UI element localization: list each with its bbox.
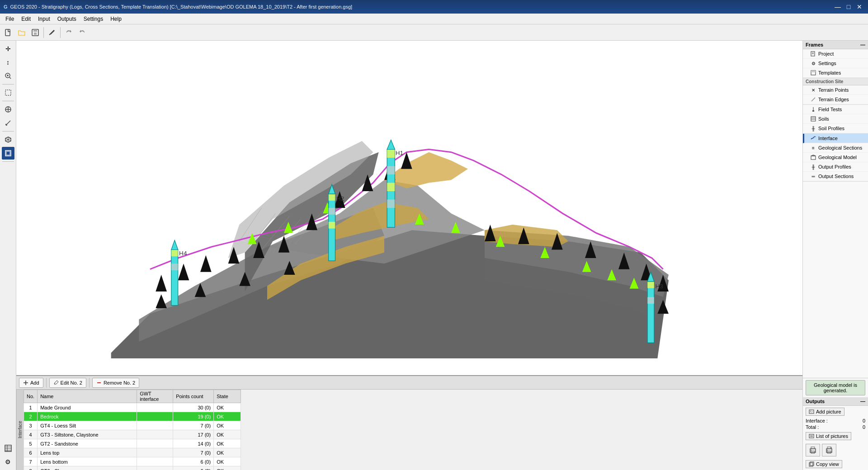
- table-row[interactable]: 5GT2 - Sandstone14 (0)OK: [24, 439, 241, 448]
- col-gwt[interactable]: GWT interface: [137, 390, 173, 403]
- svg-rect-102: [329, 222, 335, 229]
- svg-text:≈: ≈: [529, 303, 533, 310]
- cell-state: OK: [214, 466, 241, 470]
- zoom-tool[interactable]: [2, 70, 14, 82]
- svg-rect-91: [387, 166, 395, 175]
- svg-text:≈: ≈: [585, 312, 588, 318]
- menu-settings[interactable]: Settings: [80, 15, 107, 23]
- col-points[interactable]: Points count: [173, 390, 214, 403]
- print-button-1[interactable]: [806, 444, 820, 456]
- svg-text:≈: ≈: [418, 298, 421, 304]
- field-section: Field Tests Soils ╫ Soil Profiles: [803, 105, 868, 134]
- field-tests-item[interactable]: Field Tests: [803, 105, 868, 114]
- svg-rect-90: [387, 150, 395, 158]
- terrain-edges-item[interactable]: Terrain Edges: [803, 95, 868, 104]
- svg-text:≈: ≈: [289, 309, 292, 315]
- new-button[interactable]: [2, 26, 14, 39]
- settings-tool-button[interactable]: ⚙: [2, 456, 14, 468]
- table-row[interactable]: 1Made Ground30 (0)OK: [24, 403, 241, 412]
- construction-title: Construction Site: [806, 79, 843, 84]
- cell-points: 7 (0): [173, 448, 214, 457]
- menu-help[interactable]: Help: [107, 15, 125, 23]
- geo-sections-icon: ≡: [810, 145, 816, 151]
- viewport[interactable]: ≈≈ ≈≈ ≈≈ ≈≈ ≈≈ ≈≈ ≈: [16, 41, 802, 375]
- svg-rect-123: [811, 117, 816, 121]
- redo-button[interactable]: [76, 26, 89, 39]
- add-picture-button[interactable]: Add picture: [806, 408, 844, 416]
- interface-item[interactable]: Interface: [803, 134, 868, 143]
- table-row[interactable]: 8GT6 - Clay6 (0)OK: [24, 466, 241, 470]
- menu-outputs[interactable]: Outputs: [54, 15, 80, 23]
- titlebar-controls: — □ ✕: [833, 2, 864, 11]
- svg-text:H2: H2: [336, 195, 344, 202]
- col-name[interactable]: Name: [38, 390, 137, 403]
- table-row[interactable]: 7Lens bottom6 (0)OK: [24, 457, 241, 466]
- soil-profiles-item[interactable]: ╫ Soil Profiles: [803, 124, 868, 133]
- table-row[interactable]: 3GT4 - Loess Silt7 (0)OK: [24, 421, 241, 430]
- cell-points: 30 (0): [173, 403, 214, 412]
- table-row[interactable]: 6Lens top7 (0)OK: [24, 448, 241, 457]
- remove-button[interactable]: Remove No. 2: [92, 378, 139, 388]
- close-button[interactable]: ✕: [854, 2, 864, 11]
- region-select-tool[interactable]: [2, 86, 14, 99]
- cell-points: 6 (0): [173, 457, 214, 466]
- 3d-view-tool[interactable]: [2, 133, 14, 146]
- add-label: Add: [30, 380, 39, 385]
- project-item[interactable]: Project: [803, 49, 868, 59]
- table-row[interactable]: 4GT3 - Siltstone, Claystone17 (0)OK: [24, 430, 241, 439]
- geo-model-item[interactable]: Geological Model: [803, 153, 868, 162]
- select-tool[interactable]: ↕: [2, 56, 14, 69]
- soils-item[interactable]: Soils: [803, 114, 868, 124]
- total-stat-value: 0: [863, 424, 865, 430]
- titlebar-left: G GEOS 2020 - Stratigraphy (Logs, Cross …: [4, 4, 352, 9]
- soil-profiles-icon: ╫: [810, 125, 816, 132]
- node-tool[interactable]: [2, 103, 14, 116]
- add-button[interactable]: Add: [19, 378, 43, 388]
- menu-edit[interactable]: Edit: [18, 15, 34, 23]
- svg-rect-101: [329, 208, 335, 215]
- undo-button[interactable]: [62, 26, 75, 39]
- maximize-button[interactable]: □: [844, 2, 854, 11]
- frames-collapse[interactable]: —: [860, 42, 865, 47]
- cell-points: 7 (0): [173, 421, 214, 430]
- toolbar: [0, 24, 868, 41]
- cell-state: OK: [214, 457, 241, 466]
- settings-item[interactable]: ⚙ Settings: [803, 59, 868, 68]
- geo-model-label: Geological Model: [818, 155, 857, 160]
- cell-no: 6: [24, 448, 38, 457]
- geo-sections-item[interactable]: ≡ Geological Sections: [803, 143, 868, 153]
- table-row[interactable]: 2Bedrock19 (0)OK: [24, 412, 241, 421]
- table-body: 1Made Ground30 (0)OK2Bedrock19 (0)OK3GT4…: [24, 403, 241, 470]
- interface-stat-label: Interface :: [806, 418, 828, 423]
- copy-view-button[interactable]: Copy view: [806, 460, 842, 468]
- minimize-button[interactable]: —: [833, 2, 843, 11]
- soils-icon: [810, 116, 816, 122]
- list-pictures-button[interactable]: List of pictures: [806, 432, 851, 440]
- measure-tool[interactable]: [2, 117, 14, 129]
- 3d-box-tool[interactable]: [2, 147, 14, 160]
- move-tool[interactable]: ✛: [2, 42, 14, 55]
- svg-text:≈: ≈: [630, 320, 633, 326]
- terrain-points-item[interactable]: ✕ Terrain Points: [803, 85, 868, 95]
- output-sections-item[interactable]: ═ Output Sections: [803, 172, 868, 181]
- col-no[interactable]: No.: [24, 390, 38, 403]
- terrain-edges-icon: [810, 96, 816, 103]
- svg-rect-106: [647, 297, 654, 304]
- col-state[interactable]: State: [214, 390, 241, 403]
- separator-1: [43, 27, 44, 38]
- templates-item[interactable]: Templates: [803, 68, 868, 78]
- edit-button[interactable]: Edit No. 2: [49, 378, 86, 388]
- open-button[interactable]: [15, 26, 28, 39]
- menu-input[interactable]: Input: [34, 15, 54, 23]
- table-view-tool[interactable]: [2, 442, 14, 455]
- print-button-2[interactable]: [822, 444, 836, 456]
- edit-mode-button[interactable]: [46, 26, 58, 39]
- menu-file[interactable]: File: [2, 15, 18, 23]
- save-button[interactable]: [29, 26, 42, 39]
- cell-name: GT4 - Loess Silt: [38, 421, 137, 430]
- list-pictures-label: List of pictures: [816, 433, 848, 439]
- svg-rect-104: [647, 282, 654, 343]
- output-profiles-item[interactable]: ╫ Output Profiles: [803, 162, 868, 172]
- svg-rect-143: [809, 463, 813, 466]
- outputs-collapse[interactable]: —: [860, 399, 865, 404]
